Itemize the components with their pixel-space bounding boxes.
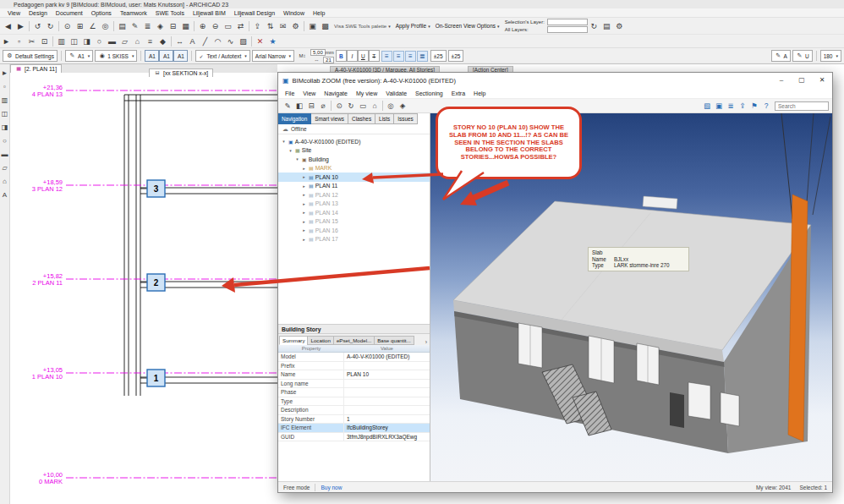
pen-set-icon[interactable]: ✎ xyxy=(129,20,141,32)
fit-in-window-icon[interactable]: ▭ xyxy=(222,20,234,32)
tree-item-plan-17[interactable]: ▸▤PLAN 17 xyxy=(278,235,430,244)
search-input[interactable] xyxy=(775,101,829,111)
zoom-menu-file[interactable]: File xyxy=(281,90,299,96)
tool-text-icon[interactable]: A xyxy=(3,190,7,200)
tab-clashes[interactable]: Clashes xyxy=(348,113,375,124)
window-tool-icon[interactable]: ◨ xyxy=(80,36,93,47)
buy-now-link[interactable]: Buy now xyxy=(321,485,342,490)
expander-icon[interactable]: ▸ xyxy=(301,210,307,215)
isolate-icon[interactable]: ◈ xyxy=(397,101,408,112)
tool-beam-icon[interactable]: ▬ xyxy=(2,150,8,159)
tree-item-site[interactable]: ▾▦Site xyxy=(278,146,430,156)
grid-icon[interactable]: ⊞ xyxy=(74,20,86,32)
expander-icon[interactable]: ▸ xyxy=(301,192,307,197)
cut-icon[interactable]: ✂ xyxy=(25,36,38,47)
tab-plan-11[interactable]: ▦ [2. PLAN 11] xyxy=(10,64,62,73)
wall-tool-icon[interactable]: ▥ xyxy=(55,36,68,47)
tool-arrow-icon[interactable]: ► xyxy=(2,68,8,78)
line-tool-icon[interactable]: ╱ xyxy=(199,36,211,47)
zoom-menu-sectioning[interactable]: Sectioning xyxy=(411,90,447,96)
swe-tool-icon-1[interactable]: ▣ xyxy=(306,20,319,32)
tool-window-icon[interactable]: ◨ xyxy=(2,123,8,132)
tree-item-plan-13[interactable]: ▸▤PLAN 13 xyxy=(278,200,430,209)
select-icon[interactable]: ⊙ xyxy=(61,20,74,32)
prop-row-long-name[interactable]: Long name xyxy=(278,380,430,389)
all-layers-dropdown[interactable] xyxy=(547,26,588,33)
walk-icon[interactable]: ⊙ xyxy=(333,101,345,112)
options-gear-icon[interactable]: ⚙ xyxy=(289,20,302,32)
selection-layer-dropdown[interactable] xyxy=(547,19,588,25)
beam-tool-icon[interactable]: ▬ xyxy=(106,36,118,47)
expander-icon[interactable]: ▾ xyxy=(288,148,293,153)
align-left-icon[interactable]: ≡ xyxy=(381,51,392,62)
help-icon[interactable]: ? xyxy=(760,101,772,112)
forward-icon[interactable]: ▶ xyxy=(14,20,27,32)
zoom-menu-view[interactable]: View xyxy=(299,90,320,96)
orbit-icon[interactable]: ↻ xyxy=(345,101,357,112)
section-drawing-area[interactable]: +21,364 PLAN 13+18,593 PLAN 12+15,822 PL… xyxy=(10,73,277,504)
tab-navigation[interactable]: Navigation xyxy=(278,113,311,124)
prop-row-phase[interactable]: Phase xyxy=(278,388,430,397)
tool-marquee-icon[interactable]: ▫ xyxy=(3,82,6,91)
undo-icon[interactable]: ↺ xyxy=(31,20,44,32)
pen-set-button-3[interactable]: A1 xyxy=(173,50,188,62)
tool-wall-icon[interactable]: ▥ xyxy=(2,96,8,105)
property-tab-base-quantit[interactable]: Base quantit... xyxy=(374,336,414,345)
section-window-icon[interactable]: ⊟ xyxy=(167,20,179,32)
tree-item-plan-11[interactable]: ▸▤PLAN 11 xyxy=(278,182,430,191)
expander-icon[interactable]: ▸ xyxy=(301,184,307,189)
expander-icon[interactable]: ▸ xyxy=(301,219,307,224)
strike-button[interactable]: T xyxy=(369,50,380,62)
roof-tool-icon[interactable]: ⌂ xyxy=(131,36,144,47)
arrow-tool-icon[interactable]: ► xyxy=(0,36,13,47)
3d-window-icon[interactable]: ◈ xyxy=(154,20,167,32)
tab-lists[interactable]: Lists xyxy=(375,113,394,124)
layer-settings-icon[interactable]: ▤ xyxy=(600,20,613,32)
apply-profile-dropdown[interactable]: Apply Profile xyxy=(393,23,433,29)
layers-icon[interactable]: ▤ xyxy=(116,20,129,32)
schedule-icon[interactable]: ▦ xyxy=(179,20,192,32)
text-type-dropdown[interactable]: Text / Autotext xyxy=(195,50,249,62)
favorites-dropdown[interactable]: ✎ A1 xyxy=(65,50,93,62)
text-pen-a-button[interactable]: ✎ A xyxy=(771,50,791,62)
text-tool-icon[interactable]: A xyxy=(186,36,199,47)
prop-row-ifc-element[interactable]: IFC ElementIfcBuildingStorey xyxy=(278,424,430,433)
tree-item-building[interactable]: ▾▣Building xyxy=(278,155,430,164)
prop-row-model[interactable]: ModelA-40-V-K01000 (EDITED) xyxy=(278,353,430,362)
guide-line-icon[interactable]: ∠ xyxy=(86,20,99,32)
tree-item-plan-12[interactable]: ▸▤PLAN 12 xyxy=(278,190,430,200)
delete-icon[interactable]: ✕ xyxy=(254,36,266,47)
slab-tool-icon[interactable]: ▱ xyxy=(118,36,131,47)
zoom-extents-icon[interactable]: ▭ xyxy=(357,101,369,112)
stories-icon[interactable]: ≣ xyxy=(141,20,154,32)
fill-tool-icon[interactable]: ▨ xyxy=(237,36,249,47)
zoom-menu-validate[interactable]: Validate xyxy=(381,90,411,96)
hide-icon[interactable]: ◎ xyxy=(385,101,397,112)
menu-liljewall-design[interactable]: Liljewall Design xyxy=(230,10,279,16)
pen-set-button-2[interactable]: A1 xyxy=(159,50,173,62)
snapshot-icon[interactable]: ▣ xyxy=(713,101,725,112)
menu-document[interactable]: Document xyxy=(52,10,87,16)
tree-item-plan-14[interactable]: ▸▤PLAN 14 xyxy=(278,208,430,217)
zoom-menu-help[interactable]: Help xyxy=(469,90,490,96)
tool-column-icon[interactable]: ○ xyxy=(3,136,7,145)
lists-icon[interactable]: ≣ xyxy=(725,101,737,112)
expander-icon[interactable]: ▸ xyxy=(301,227,307,233)
swe-tools-palette-label[interactable]: Visa SWE Tools palette xyxy=(332,24,393,29)
property-tab-epset-model[interactable]: ePset_Model... xyxy=(333,336,375,345)
expander-icon[interactable]: ▸ xyxy=(301,237,307,242)
marquee-tool-icon[interactable]: ▫ xyxy=(13,36,25,47)
snap-icon[interactable]: ◎ xyxy=(99,20,112,32)
pen-set-button-1[interactable]: A1 xyxy=(145,50,159,62)
tree-item-plan-10[interactable]: ▸▤PLAN 10 xyxy=(278,173,430,182)
publish-icon[interactable]: ⇪ xyxy=(251,20,264,32)
smart-views-icon[interactable]: ▧ xyxy=(701,101,713,112)
zoom-titlebar[interactable]: ▣ BIMcollab ZOOM (free version): A-40-V-… xyxy=(278,73,832,88)
menu-design[interactable]: Design xyxy=(25,10,52,16)
expander-icon[interactable]: ▸ xyxy=(301,201,307,206)
expander-icon[interactable]: ▸ xyxy=(301,166,307,171)
menu-window[interactable]: Window xyxy=(279,10,309,16)
more-tabs-icon[interactable]: › xyxy=(423,339,430,345)
align-justify-icon[interactable]: ≣ xyxy=(417,51,428,62)
menu-teamwork[interactable]: Teamwork xyxy=(116,10,151,16)
